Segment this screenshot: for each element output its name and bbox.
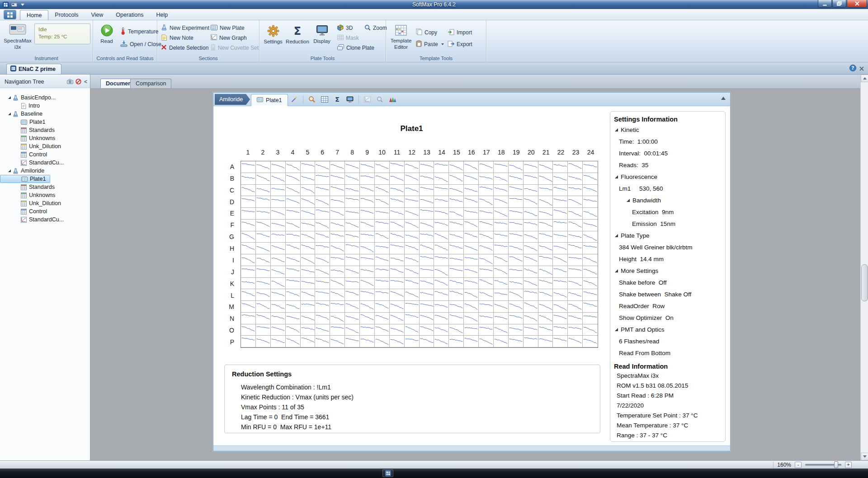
well-K17[interactable] (479, 278, 494, 290)
tree-item-plate1[interactable]: Plate1 (0, 175, 50, 183)
well-M11[interactable] (390, 301, 405, 313)
well-E20[interactable] (524, 208, 538, 220)
breadcrumb-experiment[interactable]: Amiloride (215, 94, 250, 105)
well-C3[interactable] (271, 185, 286, 197)
well-N5[interactable] (301, 313, 316, 324)
well-K15[interactable] (449, 278, 464, 290)
well-I6[interactable] (315, 254, 330, 266)
well-D18[interactable] (494, 196, 509, 208)
well-L2[interactable] (256, 289, 271, 301)
well-C9[interactable] (360, 185, 375, 197)
well-J17[interactable] (479, 266, 494, 278)
well-C13[interactable] (420, 185, 434, 197)
well-P10[interactable] (375, 336, 390, 347)
vertical-scrollbar[interactable] (860, 75, 868, 460)
well-B20[interactable] (524, 173, 538, 185)
tab-comparison[interactable]: Comparison (130, 79, 171, 88)
well-J20[interactable] (524, 266, 538, 278)
minimize-button[interactable] (818, 0, 832, 8)
well-K18[interactable] (494, 278, 509, 290)
well-J1[interactable] (241, 266, 256, 278)
application-menu-button[interactable] (4, 10, 16, 19)
well-B8[interactable] (345, 173, 360, 185)
block-icon[interactable] (75, 79, 81, 84)
well-C16[interactable] (464, 185, 479, 197)
well-F22[interactable] (553, 220, 568, 231)
instrument-mini-icon[interactable] (11, 2, 17, 7)
well-A19[interactable] (509, 161, 524, 173)
graph-icon[interactable] (361, 94, 374, 105)
new-experiment-button[interactable]: New Experiment (161, 24, 209, 32)
well-O2[interactable] (256, 324, 271, 336)
well-M6[interactable] (315, 301, 330, 313)
well-C5[interactable] (301, 185, 316, 197)
well-C12[interactable] (405, 185, 420, 197)
well-G20[interactable] (524, 231, 538, 243)
well-B7[interactable] (330, 173, 345, 185)
well-A9[interactable] (360, 161, 375, 173)
well-J15[interactable] (449, 266, 464, 278)
well-H11[interactable] (390, 243, 405, 254)
well-I10[interactable] (375, 254, 390, 266)
well-P16[interactable] (464, 336, 479, 347)
well-K19[interactable] (509, 278, 524, 290)
well-G1[interactable] (241, 231, 256, 243)
well-D1[interactable] (241, 196, 256, 208)
well-O13[interactable] (420, 324, 434, 336)
well-C22[interactable] (553, 185, 568, 197)
well-F15[interactable] (449, 220, 464, 231)
tree-item-standardcu[interactable]: StandardCu... (0, 159, 68, 167)
well-I7[interactable] (330, 254, 345, 266)
well-F1[interactable] (241, 220, 256, 231)
well-K1[interactable] (241, 278, 256, 290)
new-plate-button[interactable]: New Plate (211, 24, 245, 32)
well-I22[interactable] (553, 254, 568, 266)
well-C19[interactable] (509, 185, 524, 197)
well-P5[interactable] (301, 336, 316, 347)
tree-item-plate1[interactable]: Plate1 (0, 118, 49, 126)
well-E16[interactable] (464, 208, 479, 220)
well-P15[interactable] (449, 336, 464, 347)
well-H10[interactable] (375, 243, 390, 254)
well-N3[interactable] (271, 313, 286, 324)
well-B23[interactable] (568, 173, 583, 185)
well-K24[interactable] (583, 278, 598, 290)
well-F21[interactable] (538, 220, 553, 231)
settings-group-fluorescence[interactable]: Fluorescence (610, 171, 725, 183)
zoom-icon[interactable] (374, 94, 387, 105)
well-M13[interactable] (420, 301, 434, 313)
well-I4[interactable] (286, 254, 301, 266)
well-O11[interactable] (390, 324, 405, 336)
document-tab-enac-z-prime[interactable]: ENaC Z prime (6, 64, 61, 74)
well-F13[interactable] (420, 220, 434, 231)
copy-button[interactable]: Copy (416, 28, 437, 37)
well-E13[interactable] (420, 208, 434, 220)
well-A8[interactable] (345, 161, 360, 173)
well-D11[interactable] (390, 196, 405, 208)
well-N17[interactable] (479, 313, 494, 324)
well-J5[interactable] (301, 266, 316, 278)
tree-item-unknowns[interactable]: Unknowns (0, 191, 59, 199)
well-A13[interactable] (420, 161, 434, 173)
well-C17[interactable] (479, 185, 494, 197)
well-K23[interactable] (568, 278, 583, 290)
well-O3[interactable] (271, 324, 286, 336)
well-O5[interactable] (301, 324, 316, 336)
well-I13[interactable] (420, 254, 434, 266)
well-M16[interactable] (464, 301, 479, 313)
well-N20[interactable] (524, 313, 538, 324)
well-F7[interactable] (330, 220, 345, 231)
3d-button[interactable]: 3D (337, 24, 353, 32)
well-J16[interactable] (464, 266, 479, 278)
tree-item-standardcu[interactable]: StandardCu... (0, 216, 68, 224)
well-J9[interactable] (360, 266, 375, 278)
sidebar-collapse-chevron[interactable]: < (84, 79, 87, 85)
well-O17[interactable] (479, 324, 494, 336)
well-I11[interactable] (390, 254, 405, 266)
zoom-slider-thumb[interactable] (834, 461, 838, 468)
well-O14[interactable] (434, 324, 449, 336)
well-H21[interactable] (538, 243, 553, 254)
well-P6[interactable] (315, 336, 330, 347)
well-P13[interactable] (420, 336, 434, 347)
well-O4[interactable] (286, 324, 301, 336)
